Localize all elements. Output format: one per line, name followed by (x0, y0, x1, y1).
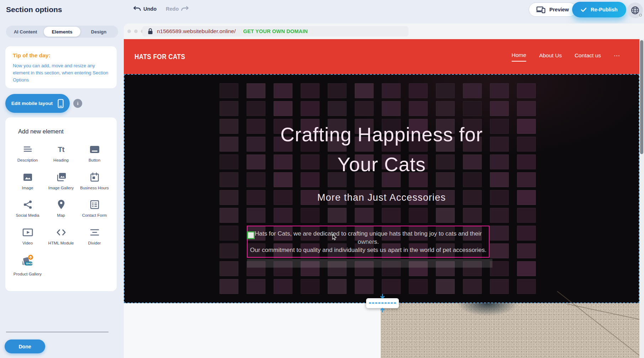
tip-of-the-day-card: Tip of the day: Now you can add, move an… (5, 46, 117, 88)
hero-tile (490, 279, 509, 294)
element-map[interactable]: Map (46, 199, 77, 219)
element-divider[interactable]: Divider (79, 227, 110, 246)
hero-tile (301, 83, 320, 98)
hero-tile (301, 208, 320, 223)
element-video[interactable]: Video (12, 227, 43, 246)
hero-tile (247, 101, 265, 116)
hero-tile (382, 101, 401, 116)
hero-tile (463, 101, 482, 116)
hero-tile (382, 208, 401, 223)
share-icon (22, 199, 33, 210)
check-icon (581, 7, 587, 12)
site-url[interactable]: n1566589.websitebuilder.online/ (157, 28, 236, 35)
language-globe-button[interactable] (627, 2, 643, 18)
nav-more-menu[interactable]: ⋯ (614, 52, 620, 62)
hero-heading[interactable]: Crafting Happiness for Your Cats (125, 120, 639, 179)
hero-tile (409, 101, 428, 116)
arrow-up-icon (380, 307, 385, 312)
hero-tile (490, 226, 509, 241)
hero-paragraph-line2[interactable]: Our commitment to quality and individual… (248, 246, 489, 254)
panel-tabs: AI Content Elements Design (6, 26, 118, 38)
element-business-hours[interactable]: Business Hours (79, 172, 110, 191)
preview-scrollbar[interactable] (639, 39, 644, 358)
hero-tile (517, 279, 536, 294)
top-toolbar: Section options Undo Redo Preview (0, 0, 644, 21)
tip-body: Now you can add, move and resize any ele… (13, 62, 109, 83)
undo-button[interactable]: Undo (133, 6, 157, 12)
tile-seam (567, 304, 639, 323)
hero-tile (382, 279, 401, 294)
hero-subheading[interactable]: More than Just Accessories (125, 192, 639, 203)
hero-tile (220, 243, 238, 258)
code-icon (56, 227, 67, 238)
site-preview: HATS FOR CATS Home About Us Contact us ⋯… (124, 39, 639, 358)
done-button[interactable]: Done (5, 339, 45, 353)
hero-tile (220, 83, 238, 98)
window-dots (127, 30, 144, 33)
shop-badge-text: SHOP (26, 262, 33, 265)
nav-about-us[interactable]: About Us (539, 52, 562, 61)
button-icon (89, 144, 100, 155)
element-product-gallery[interactable]: SHOP Product Gallery (12, 254, 43, 277)
calendar-icon (89, 172, 100, 183)
site-nav: Home About Us Contact us ⋯ (512, 52, 620, 62)
hero-tile (274, 101, 292, 116)
redo-button[interactable]: Redo (166, 6, 189, 12)
info-icon[interactable]: i (73, 99, 82, 108)
hero-tile (220, 279, 238, 294)
image-icon (22, 172, 33, 183)
address-bar[interactable]: n1566589.websitebuilder.online/ GET YOUR… (142, 26, 408, 37)
tab-ai-content[interactable]: AI Content (7, 27, 44, 37)
nav-contact-us[interactable]: Contact us (575, 52, 601, 61)
hero-tile (355, 208, 374, 223)
preview-button[interactable]: Preview (529, 2, 576, 17)
hero-tile (328, 83, 347, 98)
divider-icon (89, 227, 100, 238)
hero-tile (490, 83, 509, 98)
republish-button[interactable]: Re-Publish (572, 2, 626, 17)
element-contact-form[interactable]: Contact Form (79, 199, 110, 219)
element-html-module[interactable]: HTML Module (46, 227, 77, 246)
hero-tile (436, 279, 455, 294)
redo-icon (181, 6, 189, 12)
hero-section-selected[interactable]: Crafting Happiness for Your Cats More th… (124, 74, 639, 303)
hero-tile (382, 83, 401, 98)
sidebar-divider (6, 332, 109, 332)
hero-tile (274, 83, 292, 98)
selection-resize-handle[interactable] (247, 231, 255, 239)
heading-tt-icon: Tt (56, 144, 67, 155)
element-description[interactable]: Description (12, 144, 43, 163)
hero-tile (463, 83, 482, 98)
hero-tile (355, 101, 374, 116)
element-image[interactable]: Image (12, 172, 43, 191)
image-gallery-icon (56, 172, 67, 183)
hero-tile (247, 279, 265, 294)
element-image-gallery[interactable]: Image Gallery (46, 172, 77, 191)
site-logo[interactable]: HATS FOR CATS (134, 52, 185, 61)
tab-elements[interactable]: Elements (44, 27, 80, 37)
edit-mobile-layout-button[interactable]: Edit mobile layout (5, 94, 70, 113)
hero-tile (490, 261, 509, 276)
hero-tile (220, 208, 238, 223)
section-boundary-dashes (369, 302, 396, 304)
browser-chrome: n1566589.websitebuilder.online/ GET YOUR… (124, 23, 644, 39)
panel-title: Section options (6, 5, 62, 14)
hero-tile (220, 226, 238, 241)
get-your-own-domain-link[interactable]: GET YOUR OWN DOMAIN (243, 28, 308, 34)
selected-text-element[interactable]: Hats for Cats, we are dedicated to craft… (247, 226, 490, 258)
add-element-title: Add new element (18, 128, 117, 135)
hero-tile (409, 208, 428, 223)
element-heading[interactable]: Tt Heading (46, 144, 77, 163)
element-ghost-bar (247, 259, 492, 268)
nav-home[interactable]: Home (512, 52, 526, 62)
hero-paragraph-line1[interactable]: Hats for Cats, we are dedicated to craft… (248, 230, 489, 246)
scrollbar-thumb[interactable] (640, 40, 643, 154)
hero-tile (490, 101, 509, 116)
element-social-media[interactable]: Social Media (12, 199, 43, 219)
element-button[interactable]: Button (79, 144, 110, 163)
hero-tile (301, 101, 320, 116)
section-resize-handle[interactable] (366, 298, 399, 308)
devices-icon (536, 6, 545, 13)
hero-tile (517, 243, 536, 258)
tab-design[interactable]: Design (80, 27, 117, 37)
